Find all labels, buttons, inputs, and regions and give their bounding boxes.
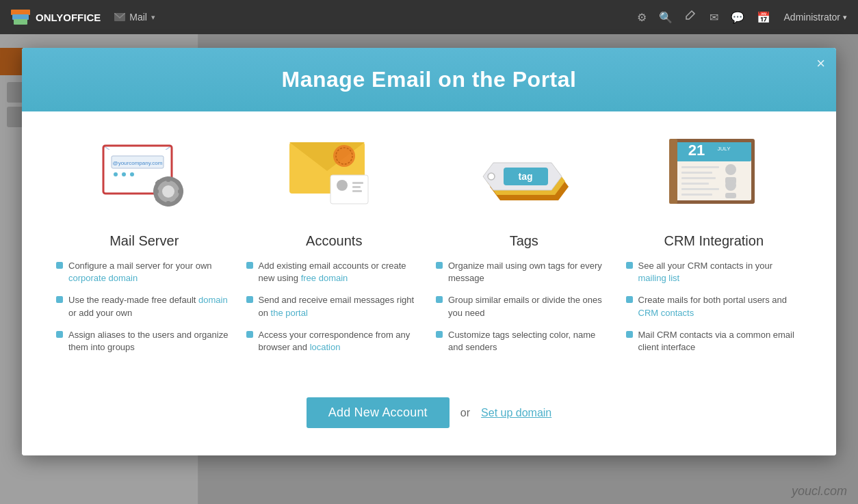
svg-point-40 [725, 180, 736, 191]
svg-point-30 [488, 173, 495, 180]
svg-rect-47 [681, 194, 712, 196]
module-label: Mail [129, 12, 147, 23]
bullet-icon [436, 296, 443, 303]
search-icon[interactable]: 🔍 [659, 11, 673, 24]
modal-footer: Add New Account or Set up domain [56, 390, 802, 428]
list-item: See all your CRM contacts in your mailin… [626, 260, 803, 284]
user-menu[interactable]: Administrator ▾ [784, 12, 847, 23]
svg-point-23 [333, 145, 355, 167]
svg-text:@yourcompany.com: @yourcompany.com [112, 160, 162, 166]
svg-text:tag: tag [518, 171, 532, 182]
modal-title: Manage Email on the Portal [49, 67, 809, 92]
svg-text:21: 21 [688, 142, 705, 159]
user-chevron-icon: ▾ [843, 13, 847, 22]
module-chevron-icon: ▾ [151, 13, 155, 22]
user-name: Administrator [784, 12, 840, 23]
settings-icon[interactable]: ⚙ [637, 11, 647, 24]
svg-rect-25 [330, 175, 368, 204]
svg-point-10 [130, 172, 134, 176]
setup-domain-link[interactable]: Set up domain [481, 407, 551, 419]
bullet-icon [436, 331, 443, 338]
edit-icon[interactable] [685, 10, 697, 25]
modal-body: @yourcompany.com [22, 111, 836, 455]
mail-server-title: Mail Server [109, 233, 179, 249]
list-item: Mail CRM contacts via a common email cli… [626, 329, 803, 354]
modal-close-button[interactable]: × [816, 56, 825, 71]
bullet-icon [246, 262, 253, 269]
bullet-icon [626, 331, 633, 338]
or-label: or [460, 407, 470, 419]
feature-crm: 21 JULY [626, 132, 803, 363]
svg-rect-29 [352, 190, 362, 192]
svg-rect-44 [681, 177, 716, 179]
mail-nav-icon[interactable]: ✉ [710, 11, 718, 24]
feature-tags: tag Tags Organize mail using own tags fo… [436, 132, 612, 363]
bullet-icon [626, 296, 633, 303]
svg-rect-15 [166, 201, 170, 207]
svg-point-38 [725, 164, 736, 175]
chat-icon[interactable]: 💬 [731, 11, 744, 24]
tags-list: Organize mail using own tags for every m… [436, 260, 612, 363]
svg-point-26 [337, 180, 348, 191]
module-selector[interactable]: Mail ▾ [114, 12, 155, 23]
svg-rect-43 [681, 172, 712, 174]
list-item: Create mails for both portal users and C… [626, 294, 803, 319]
list-item: Group similar emails or divide the ones … [436, 294, 612, 319]
svg-rect-48 [669, 139, 677, 204]
logo-icon [11, 10, 31, 25]
calendar-icon[interactable]: 📅 [757, 11, 770, 24]
logo-text: ONLYOFFICE [36, 12, 101, 23]
feature-accounts: Accounts Add existing email accounts or … [246, 132, 423, 363]
svg-point-9 [122, 172, 126, 176]
list-item: Add existing email accounts or create ne… [246, 260, 423, 284]
bullet-icon [56, 331, 63, 338]
list-item: Use the ready-made free default domain o… [56, 294, 233, 319]
list-item: Configure a mail server for your own cor… [56, 260, 233, 284]
bullet-icon [56, 296, 63, 303]
list-item: Customize tags selecting color, name and… [436, 329, 612, 354]
crm-list: See all your CRM contacts in your mailin… [626, 260, 803, 363]
accounts-list: Add existing email accounts or create ne… [246, 260, 423, 363]
modal-header: Manage Email on the Portal × [22, 48, 836, 111]
list-item: Assign aliases to the users and organize… [56, 329, 233, 354]
add-new-account-button[interactable]: Add New Account [307, 397, 450, 428]
list-item: Access your correspondence from any brow… [246, 329, 423, 354]
list-item: Organize mail using own tags for every m… [436, 260, 612, 284]
mail-icon [114, 13, 125, 21]
svg-rect-17 [178, 189, 183, 194]
svg-rect-35 [676, 142, 751, 161]
bullet-icon [56, 262, 63, 269]
svg-text:JULY: JULY [718, 146, 731, 152]
svg-rect-14 [166, 176, 170, 182]
feature-mail-server: @yourcompany.com [56, 132, 233, 363]
svg-rect-28 [352, 186, 361, 188]
features-grid: @yourcompany.com [56, 132, 802, 363]
app-logo[interactable]: ONLYOFFICE [11, 10, 101, 25]
svg-rect-16 [153, 189, 159, 194]
svg-rect-46 [681, 188, 719, 190]
tags-icon: tag [469, 132, 579, 221]
bullet-icon [436, 262, 443, 269]
navbar: ONLYOFFICE Mail ▾ ⚙ 🔍 ✉ 💬 📅 Administrato… [0, 0, 858, 34]
tags-title: Tags [510, 233, 538, 249]
manage-email-modal: Manage Email on the Portal × [22, 48, 836, 455]
bullet-icon [246, 331, 253, 338]
svg-point-13 [162, 185, 174, 198]
svg-rect-41 [725, 193, 736, 198]
accounts-icon [279, 132, 389, 221]
accounts-title: Accounts [306, 233, 362, 249]
crm-title: CRM Integration [664, 233, 764, 249]
bullet-icon [246, 296, 253, 303]
svg-point-8 [114, 172, 118, 176]
svg-rect-42 [681, 166, 719, 168]
crm-icon: 21 JULY [659, 132, 768, 221]
list-item: Send and receive email messages right on… [246, 294, 423, 319]
bullet-icon [626, 262, 633, 269]
mail-server-icon: @yourcompany.com [90, 132, 199, 221]
mail-server-list: Configure a mail server for your own cor… [56, 260, 233, 363]
svg-rect-45 [681, 183, 709, 185]
navbar-icons: ⚙ 🔍 ✉ 💬 📅 [637, 10, 770, 25]
svg-rect-27 [352, 182, 363, 184]
